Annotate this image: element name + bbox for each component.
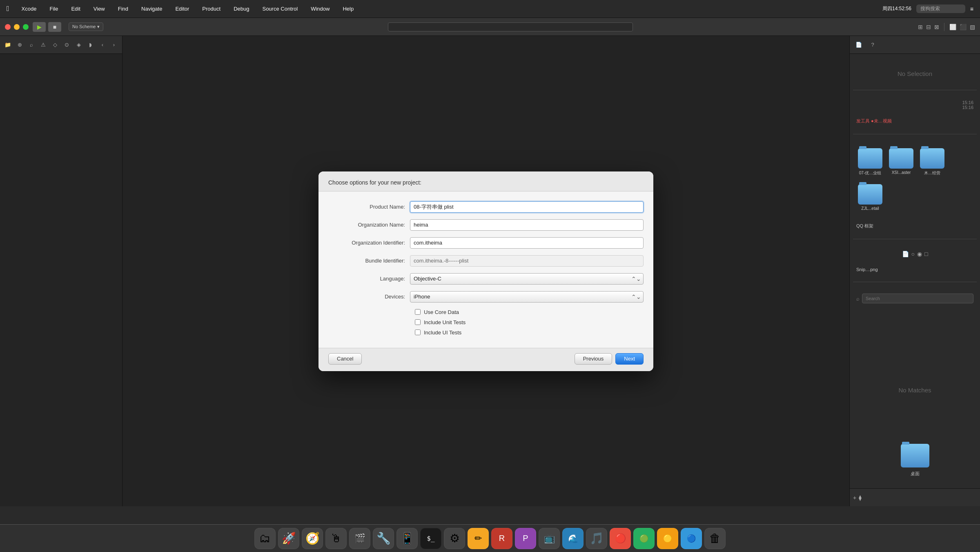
menu-navigate[interactable]: Navigate — [139, 5, 165, 13]
folder-item-1[interactable]: 07-优…业组 — [858, 148, 882, 176]
inspector-quick-help-icon[interactable]: ? — [867, 40, 878, 49]
menu-xcode[interactable]: Xcode — [19, 5, 39, 13]
right-add-icon[interactable]: + — [853, 494, 856, 501]
use-core-data-checkbox[interactable] — [415, 309, 421, 315]
no-matches-area: No Matches — [853, 312, 977, 436]
traffic-lights — [5, 24, 29, 30]
menu-source-control[interactable]: Source Control — [260, 5, 300, 13]
assistant-editor-btn[interactable]: ⊠ — [934, 24, 939, 30]
version-editor-btn[interactable]: ⊟ — [926, 24, 931, 30]
no-selection-area: No Selection — [853, 62, 977, 82]
menu-debug[interactable]: Debug — [231, 5, 252, 13]
dock-launchpad[interactable]: 🚀 — [278, 528, 299, 549]
nav-issues-icon[interactable]: ⚠ — [39, 40, 48, 50]
left-panel-toggle[interactable]: ⬜ — [949, 24, 956, 30]
nav-forward-icon[interactable]: › — [109, 40, 119, 50]
nav-back-icon[interactable]: ‹ — [98, 40, 107, 50]
dock-phone[interactable]: 📱 — [396, 528, 418, 549]
stop-button[interactable]: ■ — [48, 22, 61, 32]
include-ui-tests-checkbox[interactable] — [415, 329, 421, 335]
dock-mouse[interactable]: 🖱 — [325, 528, 347, 549]
fullscreen-button[interactable] — [23, 24, 29, 30]
right-toolbar: 📄 ? — [850, 36, 980, 54]
bottom-panel-toggle[interactable]: ⬛ — [960, 24, 967, 30]
menubar-search[interactable]: 搜狗搜索 — [916, 4, 965, 13]
previous-button[interactable]: Previous — [575, 353, 612, 365]
dock-app3[interactable]: 🟢 — [633, 528, 655, 549]
dialog-footer: Cancel Previous Next — [318, 348, 653, 371]
dock-sketch[interactable]: ✏ — [468, 528, 489, 549]
menu-edit[interactable]: Edit — [69, 5, 82, 13]
dock-terminal[interactable]: $_ — [420, 528, 441, 549]
nav-search-icon[interactable]: ⌕ — [27, 40, 36, 50]
menu-window[interactable]: Window — [308, 5, 332, 13]
cancel-button[interactable]: Cancel — [328, 353, 362, 365]
bottom-icon-4[interactable]: □ — [924, 251, 928, 257]
dialog-title: Choose options for your new project: — [328, 179, 421, 186]
close-button[interactable] — [5, 24, 11, 30]
devices-label: Devices: — [328, 294, 410, 300]
include-ui-tests-label[interactable]: Include UI Tests — [424, 329, 461, 336]
menu-find[interactable]: Find — [116, 5, 131, 13]
bottom-icon-2[interactable]: ○ — [911, 251, 915, 257]
bundle-id-input — [410, 255, 644, 267]
menubar-list-icon[interactable]: ≡ — [970, 6, 973, 12]
dock-media[interactable]: 📺 — [539, 528, 560, 549]
menu-help[interactable]: Help — [340, 5, 356, 13]
menubar-time: 周四14:52:56 — [882, 5, 911, 12]
dock-safari[interactable]: 🧭 — [302, 528, 323, 549]
dock-tools[interactable]: 🔧 — [373, 528, 394, 549]
next-button[interactable]: Next — [615, 353, 644, 365]
org-name-input[interactable] — [410, 219, 644, 231]
include-unit-tests-checkbox[interactable] — [415, 319, 421, 325]
dock-red-app[interactable]: R — [491, 528, 512, 549]
dock-blue-app[interactable]: 🌊 — [562, 528, 584, 549]
dock-app2[interactable]: 🔴 — [610, 528, 631, 549]
menu-editor[interactable]: Editor — [173, 5, 192, 13]
language-label: Language: — [328, 276, 410, 282]
right-filter-icon[interactable]: ⧫ — [859, 494, 862, 501]
menu-view[interactable]: View — [91, 5, 107, 13]
dock-finder[interactable]: 🗂 — [254, 528, 276, 549]
bottom-icon-3[interactable]: ◉ — [917, 251, 922, 257]
run-button[interactable]: ▶ — [33, 22, 46, 32]
use-core-data-label[interactable]: Use Core Data — [424, 309, 459, 315]
right-separator-3 — [853, 239, 977, 239]
dock-music[interactable]: 🎵 — [586, 528, 607, 549]
right-inspector: 📄 ? No Selection 15:16 15:16 发工具 ●未…视频 — [849, 36, 980, 506]
folder-item-4[interactable]: ZJL...etail — [858, 184, 882, 211]
dock-settings[interactable]: ⚙ — [444, 528, 465, 549]
nav-reports-icon[interactable]: ◗ — [86, 40, 95, 50]
nav-debug-icon[interactable]: ⊙ — [62, 40, 71, 50]
desktop-folder-area[interactable]: 桌面 — [853, 441, 977, 480]
bottom-icon-1[interactable]: 📄 — [902, 251, 909, 257]
org-name-label: Organization Name: — [328, 222, 410, 228]
menu-product[interactable]: Product — [200, 5, 223, 13]
apple-menu-icon[interactable]:  — [7, 4, 9, 13]
editor-mode-btn[interactable]: ⊞ — [918, 24, 923, 30]
folder-item-3[interactable]: 木…经营 — [920, 148, 944, 176]
dock-app4[interactable]: 🟡 — [657, 528, 678, 549]
include-unit-tests-label[interactable]: Include Unit Tests — [424, 319, 466, 325]
dock-app5[interactable]: 🔵 — [681, 528, 702, 549]
dialog-header: Choose options for your new project: — [318, 171, 653, 191]
dock-trash[interactable]: 🗑 — [704, 528, 726, 549]
dock-movie[interactable]: 🎬 — [349, 528, 370, 549]
menu-file[interactable]: File — [47, 5, 60, 13]
right-panel-toggle[interactable]: ▧ — [970, 24, 975, 30]
minimize-button[interactable] — [14, 24, 20, 30]
folder-item-2[interactable]: XSI...aster — [889, 148, 913, 176]
dock-purple-app[interactable]: P — [515, 528, 536, 549]
devices-select[interactable]: iPhone iPad Universal — [410, 291, 644, 303]
product-name-input[interactable] — [410, 201, 644, 213]
search-input[interactable] — [862, 294, 973, 303]
language-select[interactable]: Objective-C Swift — [410, 273, 644, 285]
bottom-icons-row: 📄 ○ ◉ □ — [899, 247, 931, 260]
scheme-selector[interactable]: No Scheme ▾ — [69, 22, 103, 31]
nav-folder-icon[interactable]: 📁 — [3, 40, 13, 50]
nav-source-control-icon[interactable]: ⊕ — [15, 40, 24, 50]
org-id-input[interactable] — [410, 237, 644, 249]
nav-breakpoints-icon[interactable]: ◈ — [74, 40, 83, 50]
nav-tests-icon[interactable]: ◇ — [51, 40, 60, 50]
inspector-file-icon[interactable]: 📄 — [853, 40, 864, 49]
